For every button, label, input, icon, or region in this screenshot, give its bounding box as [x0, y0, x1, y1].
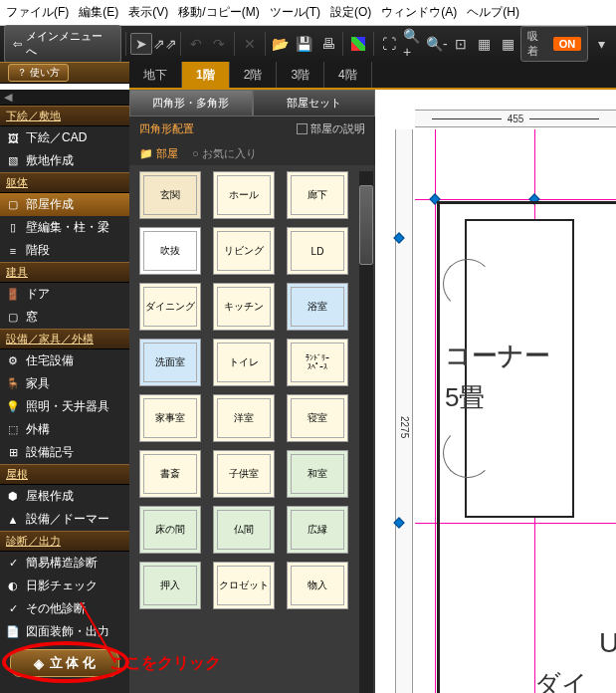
room-grid: 玄関ホール廊下吹抜リビングLDダイニングキッチン浴室洗面室トイレﾗﾝﾄﾞﾘｰ ｽ… — [139, 171, 371, 609]
zoom-area-icon[interactable]: ⊡ — [450, 33, 472, 55]
floor-tab-2f[interactable]: 2階 — [230, 62, 278, 88]
room-cell[interactable]: キッチン — [213, 283, 275, 331]
menu-move[interactable]: 移動/コピー(M) — [178, 4, 259, 21]
drawing-canvas[interactable]: 455 2275 コーナー 5畳 U ダイ — [375, 90, 616, 693]
room-cell[interactable]: 子供室 — [213, 450, 275, 498]
room-cell[interactable]: クロゼット — [213, 562, 275, 609]
room-cell-label: 子供室 — [229, 467, 259, 481]
floor-tab-1f[interactable]: 1階 — [182, 62, 230, 88]
menu-view[interactable]: 表示(V) — [128, 4, 168, 21]
open-icon[interactable]: 📂 — [270, 33, 292, 55]
room-cell[interactable]: 洗面室 — [139, 339, 201, 386]
item-stair[interactable]: ≡階段 — [0, 239, 129, 262]
room-cell[interactable]: リビング — [213, 227, 275, 275]
item-output[interactable]: 📄図面装飾・出力 — [0, 620, 129, 643]
section-roof: 屋根 — [0, 464, 129, 485]
room-cell[interactable]: 押入 — [139, 562, 201, 609]
ext-icon: ⬚ — [6, 423, 20, 437]
room-cell[interactable]: ダイニング — [139, 283, 201, 331]
room-cell-label: 広縁 — [308, 523, 327, 537]
room-cell[interactable]: 洋室 — [213, 394, 275, 442]
menu-tool[interactable]: ツール(T) — [270, 4, 320, 21]
item-exterior[interactable]: ⬚外構 — [0, 418, 129, 441]
menu-help[interactable]: ヘルプ(H) — [467, 4, 519, 21]
grid-icon[interactable]: ▦ — [474, 33, 496, 55]
zoom-in-icon[interactable]: 🔍+ — [402, 33, 424, 55]
section-equip: 設備／家具／外構 — [0, 329, 129, 349]
item-house-equip[interactable]: ⚙住宅設備 — [0, 349, 129, 372]
menu-file[interactable]: ファイル(F) — [6, 4, 69, 21]
tab-rect[interactable]: 四角形・多角形 — [129, 90, 253, 116]
redo-icon[interactable]: ↷ — [209, 33, 231, 55]
room-cell[interactable]: 吹抜 — [139, 227, 201, 275]
room-cell[interactable]: 広縁 — [287, 506, 348, 554]
multi-select-icon[interactable]: ⇗⇗ — [154, 33, 176, 55]
snap-toggle[interactable]: 吸着 ON — [520, 26, 588, 62]
item-room[interactable]: ▢部屋作成 — [0, 193, 129, 216]
folder-room[interactable]: 📁 部屋 — [139, 146, 178, 161]
color-icon[interactable] — [347, 33, 369, 55]
fit-icon[interactable]: ⛶ — [378, 33, 400, 55]
room-cell-label: クロゼット — [219, 578, 269, 592]
render-3d-button[interactable]: ◈ 立 体 化 — [10, 649, 119, 677]
ruler-horizontal: 455 — [415, 110, 616, 127]
item-cad[interactable]: 🖼下絵／CAD — [0, 126, 129, 149]
floor-tab-basement[interactable]: 地下 — [129, 62, 182, 88]
room-cell[interactable]: LD — [287, 227, 348, 275]
room-cell[interactable]: 物入 — [287, 562, 348, 609]
grid2-icon[interactable]: ▦ — [497, 33, 518, 55]
room-cell[interactable]: 仏間 — [213, 506, 275, 554]
menu-window[interactable]: ウィンドウ(A) — [381, 4, 457, 21]
room-cell[interactable]: 浴室 — [287, 283, 348, 331]
room-cell[interactable]: ホール — [213, 171, 275, 219]
sidebar-collapse[interactable]: ◀ — [0, 90, 129, 106]
menu-setting[interactable]: 設定(O) — [330, 4, 371, 21]
back-button[interactable]: ⇦ メインメニューへ — [4, 25, 121, 63]
more-icon[interactable]: ▾ — [590, 33, 612, 55]
room-cell[interactable]: 廊下 — [287, 171, 348, 219]
section-base: 下絵／敷地 — [0, 106, 129, 126]
room-cell[interactable]: 寝室 — [287, 394, 348, 442]
diag-icon: ✓ — [6, 602, 20, 616]
drawing-area[interactable]: コーナー 5畳 U ダイ — [415, 129, 616, 693]
furniture-icon: 🪑 — [6, 377, 20, 391]
delete-icon[interactable]: ✕ — [239, 33, 261, 55]
item-wall[interactable]: ▯壁編集・柱・梁 — [0, 216, 129, 239]
item-other[interactable]: ✓その他診断 — [0, 597, 129, 620]
room-cell[interactable]: 床の間 — [139, 506, 201, 554]
room-cell-label: 押入 — [160, 578, 180, 592]
room-label-u: U — [599, 627, 616, 659]
tab-roomset[interactable]: 部屋セット — [253, 90, 376, 116]
room-cell[interactable]: 書斎 — [139, 450, 201, 498]
item-struct[interactable]: ✓簡易構造診断 — [0, 552, 129, 575]
room-cell[interactable]: ﾗﾝﾄﾞﾘｰ ｽﾍﾟｰｽ — [287, 339, 348, 386]
menu-edit[interactable]: 編集(E) — [79, 4, 118, 21]
item-shadow[interactable]: ◐日影チェック — [0, 575, 129, 597]
room-cell[interactable]: 家事室 — [139, 394, 201, 442]
scrollbar-thumb[interactable] — [359, 185, 373, 265]
help-button[interactable]: ？ 使い方 — [8, 64, 69, 82]
floor-tab-4f[interactable]: 4階 — [324, 62, 372, 88]
item-site[interactable]: ▧敷地作成 — [0, 149, 129, 172]
item-symbol[interactable]: ⊞設備記号 — [0, 441, 129, 464]
print-icon[interactable]: 🖶 — [317, 33, 339, 55]
save-icon[interactable]: 💾 — [294, 33, 315, 55]
item-roof[interactable]: ⬢屋根作成 — [0, 485, 129, 508]
floor-tab-3f[interactable]: 3階 — [277, 62, 324, 88]
zoom-out-icon[interactable]: 🔍- — [426, 33, 448, 55]
item-furniture[interactable]: 🪑家具 — [0, 372, 129, 395]
room-cell-label: 寝室 — [308, 411, 327, 425]
undo-icon[interactable]: ↶ — [185, 33, 207, 55]
separator — [234, 32, 235, 56]
item-window[interactable]: ▢窓 — [0, 306, 129, 329]
item-dormer[interactable]: ▲設備／ドーマー — [0, 508, 129, 531]
window-icon: ▢ — [6, 311, 20, 325]
desc-checkbox[interactable]: 部屋の説明 — [297, 121, 365, 136]
item-door[interactable]: 🚪ドア — [0, 283, 129, 306]
room-cell[interactable]: 和室 — [287, 450, 348, 498]
room-cell[interactable]: トイレ — [213, 339, 275, 386]
cursor-icon[interactable]: ➤ — [130, 33, 152, 55]
item-light[interactable]: 💡照明・天井器具 — [0, 395, 129, 418]
room-cell[interactable]: 玄関 — [139, 171, 201, 219]
folder-fav[interactable]: ○ お気に入り — [192, 146, 257, 161]
